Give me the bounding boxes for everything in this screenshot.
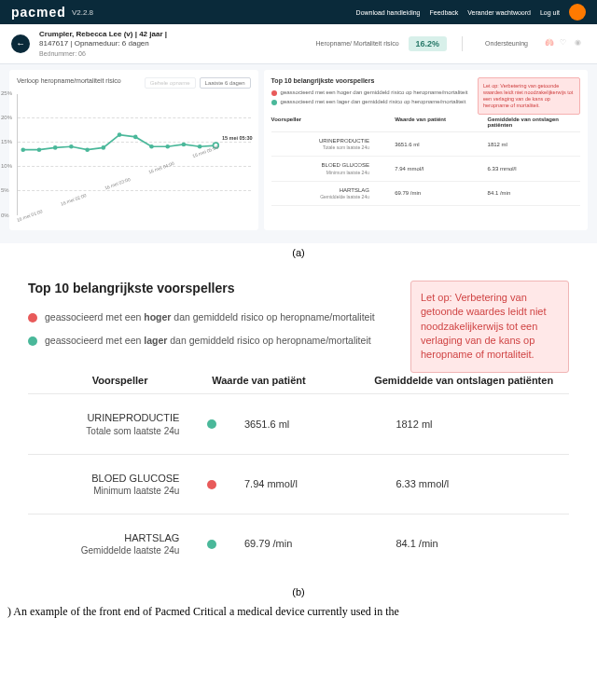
line-chart: 0% 5% 10% 15% 20% 25%: [17, 94, 251, 215]
footer-caption: ) An example of the front end of Pacmed …: [0, 601, 597, 623]
red-dot-icon: [271, 90, 277, 96]
app-header: pacmed V2.2.8 Download handleiding Feedb…: [0, 0, 597, 24]
table-row: HARTSLAGGemiddelde laatste 24u69.79 /min…: [28, 514, 569, 573]
caption-b: (b): [0, 583, 597, 601]
organ-icons: 🫁 ♡ ◉: [545, 38, 586, 49]
table-row: URINEPRODUCTIETotale som laatste 24u3651…: [28, 393, 569, 453]
tulip-icon: [569, 4, 586, 21]
panel-a: pacmed V2.2.8 Download handleiding Feedb…: [0, 0, 597, 243]
back-button[interactable]: ←: [11, 34, 30, 53]
version-label: V2.2.8: [72, 8, 93, 17]
svg-point-9: [165, 144, 170, 149]
top10-card: Top 10 belangrijkste voorspellers geasso…: [264, 70, 588, 230]
table-row: BLOED GLUCOSEMinimum laatste 24u7.94 mmo…: [28, 454, 569, 514]
svg-point-10: [182, 143, 187, 147]
patient-name: Crumpler, Rebecca Lee (v) | 42 jaar |: [39, 30, 167, 39]
table-row: URINEPRODUCTIETotale som laatste 24u3651…: [271, 132, 580, 157]
heart-icon[interactable]: ♡: [560, 38, 571, 49]
trend-chart-card: Verloop heropname/mortaliteit risico Geh…: [9, 70, 258, 230]
logo: pacmed: [11, 5, 66, 20]
svg-point-3: [69, 144, 74, 149]
caption-a: (a): [0, 243, 597, 262]
chart-range-6days[interactable]: Laatste 6 dagen: [200, 77, 251, 89]
download-link[interactable]: Download handleiding: [356, 9, 421, 16]
patient-id-line: 8147617 | Opnameduur: 6 dagen: [39, 39, 167, 48]
svg-point-7: [133, 134, 138, 139]
risk-label: Heropname/ Mortaliteit risico: [315, 40, 398, 47]
svg-point-11: [198, 144, 202, 149]
warning-box: Let op: Verbetering van getoonde waardes…: [478, 77, 580, 116]
svg-point-1: [37, 147, 42, 152]
bed-number: Bednummer: 06: [39, 49, 167, 58]
green-dot-icon: [28, 336, 37, 346]
svg-point-4: [85, 147, 90, 152]
chart-title: Verloop heropname/mortaliteit risico: [17, 77, 121, 84]
panel-b: Top 10 belangrijkste voorspellers geasso…: [0, 262, 597, 583]
svg-point-5: [102, 145, 106, 150]
svg-point-6: [118, 132, 122, 137]
patient-bar: ← Crumpler, Rebecca Lee (v) | 42 jaar | …: [0, 24, 597, 64]
table-row: HARTSLAGGemiddelde laatste 24u69.79 /min…: [271, 182, 580, 206]
svg-point-0: [21, 147, 25, 152]
feedback-link[interactable]: Feedback: [430, 9, 459, 16]
chart-range-full[interactable]: Gehele opname: [145, 77, 196, 89]
green-dot-icon: [271, 100, 277, 105]
change-password-link[interactable]: Verander wachtwoord: [467, 9, 531, 16]
red-dot-icon: [28, 313, 37, 323]
risk-badge: 16.2%: [409, 36, 448, 51]
svg-point-2: [53, 145, 58, 150]
svg-point-8: [149, 144, 154, 149]
support-label: Ondersteuning: [485, 40, 528, 47]
logout-link[interactable]: Log uit: [540, 9, 560, 16]
lungs-icon[interactable]: 🫁: [545, 38, 556, 49]
table-row: BLOED GLUCOSEMinimum laatste 24u7.94 mmo…: [271, 157, 580, 181]
kidney-icon[interactable]: ◉: [575, 38, 586, 49]
b-warning-box: Let op: Verbetering van getoonde waardes…: [410, 281, 569, 373]
